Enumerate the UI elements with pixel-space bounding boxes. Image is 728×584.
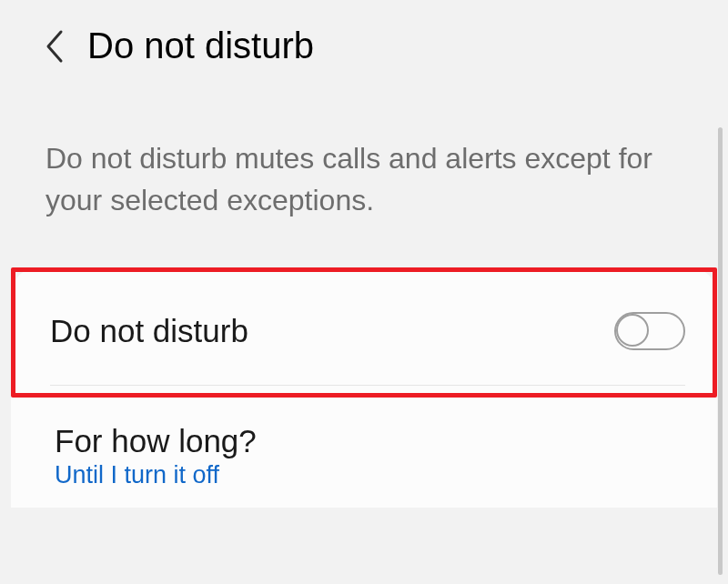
toggle-knob: [616, 314, 649, 347]
duration-value: Until I turn it off: [55, 461, 673, 489]
divider: [50, 385, 685, 386]
chevron-left-icon: [44, 28, 66, 65]
settings-card: Do not disturb For how long? Until I tur…: [11, 267, 717, 508]
duration-label: For how long?: [55, 423, 673, 459]
duration-row[interactable]: For how long? Until I turn it off: [11, 398, 717, 508]
dnd-toggle-switch[interactable]: [614, 312, 685, 350]
scrollbar[interactable]: [718, 127, 723, 575]
description-text: Do not disturb mutes calls and alerts ex…: [0, 83, 728, 267]
dnd-toggle-label: Do not disturb: [50, 313, 248, 349]
page-header: Do not disturb: [0, 0, 728, 83]
page-title: Do not disturb: [87, 25, 314, 66]
highlight-box: Do not disturb: [11, 267, 717, 398]
dnd-toggle-row[interactable]: Do not disturb: [50, 312, 685, 385]
back-button[interactable]: [44, 28, 66, 65]
